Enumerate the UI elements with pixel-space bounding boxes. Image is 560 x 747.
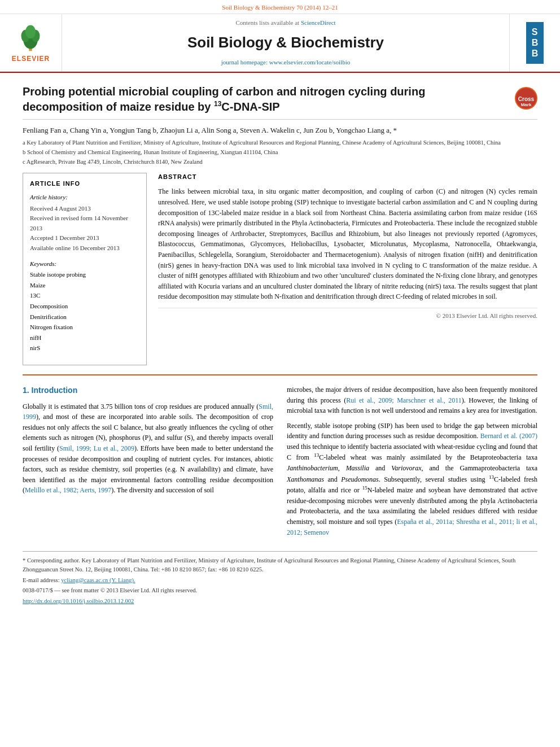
info-abstract-section: Article Info Article history: Received 4… — [23, 173, 537, 365]
espana-ref[interactable]: España et al., 2011a; Shrestha et al., 2… — [287, 518, 537, 536]
affiliation-c: c AgResearch, Private Bag 4749, Lincoln,… — [23, 158, 537, 167]
article-title: Probing potential microbial coupling of … — [23, 84, 506, 115]
journal-top-bar: Soil Biology & Biochemistry 70 (2014) 12… — [0, 0, 560, 14]
journal-homepage-link[interactable]: journal homepage: www.elsevier.com/locat… — [221, 59, 350, 65]
smil-1999-ref[interactable]: Smil, 1999 — [23, 403, 273, 421]
doi-note: http://dx.doi.org/10.1016/j.soilbio.2013… — [23, 597, 537, 606]
svg-text:Cross: Cross — [518, 96, 535, 102]
copyright-line: © 2013 Elsevier Ltd. All rights reserved… — [158, 308, 537, 321]
keyword-8: nirS — [30, 343, 139, 353]
crossmark-icon: Cross Mark — [515, 87, 537, 110]
sbb-logo-area: SBB — [509, 14, 560, 72]
accepted-date: Accepted 1 December 2013 — [30, 233, 139, 243]
article-title-section: Probing potential microbial coupling of … — [23, 84, 537, 120]
section-separator — [23, 374, 537, 375]
journal-citation: Soil Biology & Biochemistry 70 (2014) 12… — [222, 4, 338, 11]
keyword-5: Denitrification — [30, 312, 139, 322]
svg-text:Mark: Mark — [521, 102, 532, 107]
elsevier-wordmark: ELSEVIER — [12, 54, 50, 64]
received-revised-date: Received in revised form 14 November 201… — [30, 213, 139, 233]
body-para-1: Globally it is estimated that 3.75 billi… — [23, 401, 273, 496]
rui-ref[interactable]: Rui et al., 2009; Marschner et al., 2011 — [346, 396, 462, 404]
article-container: Probing potential microbial coupling of … — [0, 73, 560, 619]
keyword-6: Nitrogen fixation — [30, 322, 139, 333]
affiliation-b: b School of Chemistry and Chemical Engin… — [23, 148, 537, 157]
keyword-2: Maize — [30, 281, 139, 291]
authors-line: Fenliang Fan a, Chang Yin a, Yongjun Tan… — [23, 125, 537, 136]
keyword-4: Decomposition — [30, 302, 139, 312]
smil-lu-ref[interactable]: Smil, 1999; Lu et al., 2009 — [59, 444, 134, 452]
bernard-ref[interactable]: Bernard et al. (2007) — [480, 432, 537, 440]
corresponding-author-note: * Corresponding author. Key Laboratory o… — [23, 556, 537, 574]
footnotes-section: * Corresponding author. Key Laboratory o… — [23, 551, 537, 606]
elsevier-logo-area: ELSEVIER — [0, 14, 62, 72]
article-info-column: Article Info Article history: Received 4… — [23, 173, 147, 365]
elsevier-logo: ELSEVIER — [12, 21, 50, 64]
body-para-3: Recently, stable isotope probing (SIP) h… — [287, 421, 537, 538]
section1-heading: 1. Introduction — [23, 385, 273, 397]
received-date: Received 4 August 2013 — [30, 204, 139, 214]
abstract-text: The links between microbial taxa, in sit… — [158, 186, 537, 302]
article-info-heading: Article Info — [30, 179, 139, 189]
body-col-left: 1. Introduction Globally it is estimated… — [23, 385, 273, 542]
affiliation-a: a Key Laboratory of Plant Nutrition and … — [23, 139, 537, 147]
article-info-box: Article Info Article history: Received 4… — [23, 173, 147, 365]
keywords-section: Keywords: Stable isotope probing Maize 1… — [30, 259, 139, 353]
abstract-column: Abstract The links between microbial tax… — [158, 173, 537, 365]
abstract-heading: Abstract — [158, 173, 537, 182]
body-content: 1. Introduction Globally it is estimated… — [23, 385, 537, 542]
keyword-7: nifH — [30, 333, 139, 343]
keyword-3: 13C — [30, 291, 139, 301]
journal-homepage: journal homepage: www.elsevier.com/locat… — [221, 58, 350, 67]
keywords-heading: Keywords: — [30, 259, 139, 269]
journal-title-area: Contents lists available at ScienceDirec… — [62, 14, 509, 72]
affiliations: a Key Laboratory of Plant Nutrition and … — [23, 139, 537, 166]
email-note: E-mail address: ycliang@caas.ac.cn (Y. L… — [23, 576, 537, 585]
keywords-list: Stable isotope probing Maize 13C Decompo… — [30, 270, 139, 353]
article-history-heading: Article history: — [30, 193, 139, 203]
journal-title: Soil Biology & Biochemistry — [187, 32, 384, 54]
available-online-date: Available online 16 December 2013 — [30, 243, 139, 254]
sbb-logo: SBB — [526, 22, 544, 64]
science-direct-notice: Contents lists available at ScienceDirec… — [235, 19, 335, 28]
doi-link[interactable]: http://dx.doi.org/10.1016/j.soilbio.2013… — [23, 598, 134, 604]
keyword-1: Stable isotope probing — [30, 270, 139, 280]
elsevier-tree-icon — [14, 21, 47, 53]
email-link[interactable]: ycliang@caas.ac.cn (Y. Liang). — [61, 577, 135, 583]
science-direct-link[interactable]: ScienceDirect — [301, 19, 336, 26]
body-col-right: microbes, the major drivers of residue d… — [287, 385, 537, 542]
article-history-section: Article history: Received 4 August 2013 … — [30, 193, 139, 254]
abstract-section: Abstract The links between microbial tax… — [158, 173, 537, 302]
body-para-2: microbes, the major drivers of residue d… — [287, 385, 537, 416]
issn-note: 0038-0717/$ — see front matter © 2013 El… — [23, 586, 537, 595]
svg-point-4 — [25, 25, 36, 38]
journal-header: ELSEVIER Contents lists available at Sci… — [0, 14, 560, 73]
crossmark-badge[interactable]: Cross Mark — [515, 87, 537, 110]
melillo-ref[interactable]: Melillo et al., 1982; Aerts, 1997 — [25, 486, 111, 494]
